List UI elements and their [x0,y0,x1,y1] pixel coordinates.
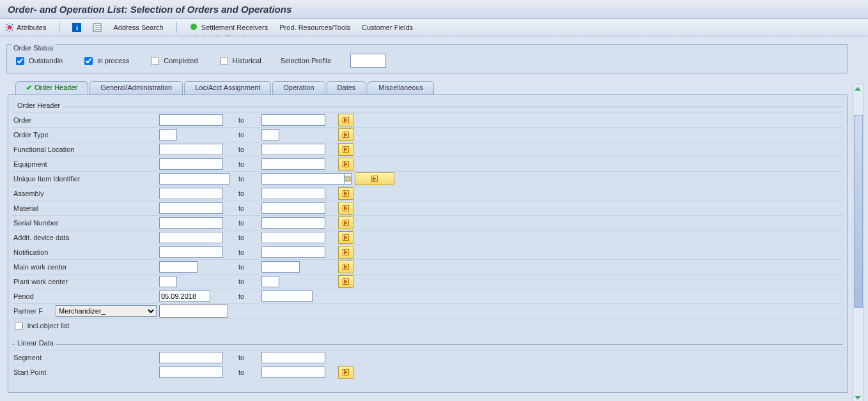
uii-multi-button[interactable] [355,172,394,185]
list-icon[interactable] [93,23,102,32]
partner-f-select[interactable]: Merchandizer_ [56,305,157,317]
order-type-multi-button[interactable] [338,128,353,141]
arrow-right-icon [343,220,349,226]
in-process-checkbox-input[interactable] [84,57,93,65]
row-assembly: Assembly to [12,186,843,200]
assembly-multi-button[interactable] [338,187,353,200]
period-label: Period [12,292,159,300]
addit-device-data-multi-button[interactable] [338,231,353,244]
serial-number-to-input[interactable] [261,217,325,229]
uii-to-input[interactable] [261,173,345,185]
arrow-right-icon [343,234,349,241]
scroll-up-icon[interactable] [853,84,862,93]
order-label: Order [12,116,159,124]
equipment-from-input[interactable] [159,158,223,170]
scrollbar-thumb[interactable] [854,115,863,308]
assembly-label: Assembly [12,190,159,197]
assembly-from-input[interactable] [159,188,223,199]
tab-order-header-label: Order Header [35,84,77,91]
material-multi-button[interactable] [338,202,353,215]
partner-f-label: Partner F [12,307,56,315]
start-point-to-input[interactable] [261,367,325,378]
page-title: Order- and Operation List: Selection of … [0,0,868,19]
uii-from-input[interactable] [159,173,229,185]
selection-profile-input[interactable] [350,54,386,68]
equipment-to-input[interactable] [261,158,325,170]
incl-object-list-checkbox-input[interactable] [15,322,23,330]
order-to-input[interactable] [261,114,325,126]
toolbar-separator [176,22,177,33]
serial-number-multi-button[interactable] [338,216,353,229]
to-label: to [236,131,261,139]
tab-general-admin[interactable]: General/Administration [89,81,183,95]
prod-resources-tools-button[interactable]: Prod. Resources/Tools [279,24,350,31]
material-to-input[interactable] [261,202,325,214]
plant-work-center-from-input[interactable] [159,276,177,287]
settlement-receivers-button[interactable]: Settlement Receivers [190,23,268,32]
completed-checkbox-input[interactable] [151,57,159,65]
outstanding-checkbox[interactable]: Outstandin [13,55,63,67]
tab-operation[interactable]: Operation [272,81,325,95]
partner-f-input[interactable] [159,305,228,318]
completed-checkbox[interactable]: Completed [148,55,198,67]
assembly-to-input[interactable] [261,188,325,199]
order-from-input[interactable] [159,114,223,126]
period-to-input[interactable] [261,291,313,302]
historical-checkbox-input[interactable] [220,57,228,65]
main-work-center-from-input[interactable] [159,261,198,273]
segment-from-input[interactable] [159,352,223,363]
order-multi-button[interactable] [338,114,353,126]
outstanding-checkbox-input[interactable] [16,57,24,65]
to-label: to [236,146,261,153]
vertical-scrollbar[interactable] [853,84,864,401]
row-plant-work-center: Plant work center to [12,274,843,289]
notification-multi-button[interactable] [338,246,353,259]
arrow-right-icon [343,264,349,270]
start-point-from-input[interactable] [159,367,223,378]
scroll-down-icon[interactable] [853,393,862,401]
order-type-label: Order Type [12,131,159,139]
notification-to-input[interactable] [261,246,325,258]
arrow-right-icon [343,205,349,211]
plant-work-center-to-input[interactable] [261,276,279,287]
arrow-right-icon [343,132,349,138]
settings-icon [5,23,14,32]
material-from-input[interactable] [159,202,223,214]
addit-device-data-from-input[interactable] [159,232,223,243]
plant-work-center-multi-button[interactable] [338,275,353,288]
address-search-button[interactable]: Address Search [113,24,163,31]
to-label: to [236,219,261,227]
uii-f4-icon[interactable] [345,173,352,185]
tab-order-header[interactable]: Order Header [15,81,88,95]
tab-dates[interactable]: Dates [327,81,367,95]
main-work-center-to-input[interactable] [261,261,300,273]
info-icon[interactable]: i [72,23,81,32]
incl-object-list-checkbox[interactable]: incl.object list [12,320,843,332]
order-type-to-input[interactable] [261,129,279,140]
arrow-right-icon [343,369,349,375]
historical-checkbox[interactable]: Historical [217,55,261,67]
main-work-center-multi-button[interactable] [338,261,353,273]
tab-loc-acct[interactable]: Loc/Acct Assignment [184,81,271,95]
arrow-right-icon [343,161,349,167]
notification-from-input[interactable] [159,246,223,258]
segment-to-input[interactable] [261,352,325,363]
row-functional-location: Functional Location to [12,142,843,156]
order-type-from-input[interactable] [159,129,177,140]
period-from-input[interactable] [159,291,210,302]
in-process-checkbox[interactable]: in process [82,55,129,67]
functional-location-multi-button[interactable] [338,143,353,156]
tab-miscellaneous[interactable]: Miscellaneous [368,81,434,95]
serial-number-from-input[interactable] [159,217,223,229]
functional-location-from-input[interactable] [159,144,223,155]
equipment-multi-button[interactable] [338,158,353,170]
row-equipment: Equipment to [12,156,843,171]
customer-fields-button[interactable]: Customer Fields [362,24,413,31]
attributes-button[interactable]: Attributes [5,23,46,32]
functional-location-to-input[interactable] [261,144,325,155]
to-label: to [236,116,261,124]
start-point-multi-button[interactable] [338,366,353,379]
order-status-group: Order Status Outstandin in process Compl… [6,44,848,73]
row-material: Material to [12,200,843,215]
addit-device-data-to-input[interactable] [261,232,325,243]
